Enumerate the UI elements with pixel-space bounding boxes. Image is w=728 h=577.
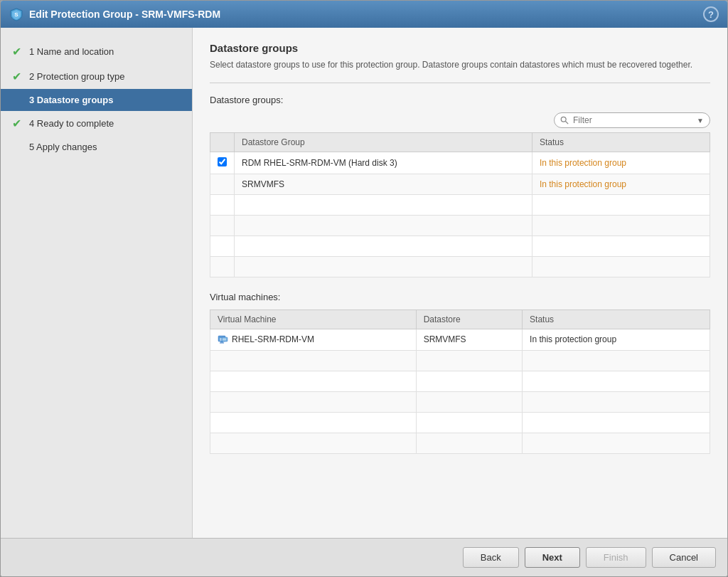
sidebar-step-4[interactable]: ✔4 Ready to complete — [1, 111, 192, 136]
svg-rect-8 — [223, 338, 226, 340]
sidebar: ✔1 Name and location✔2 Protection group … — [1, 28, 193, 538]
ds-row-0-status: In this protection group — [532, 152, 710, 174]
datastore-groups-table: Datastore Group Status RDM RHEL-SRM-RDM-… — [210, 132, 710, 277]
filter-input[interactable] — [573, 115, 692, 125]
vm-table-row: RHEL-SRM-RDM-VMSRMVMFSIn this protection… — [210, 329, 710, 351]
srm-icon: S — [9, 7, 23, 21]
datastore-table-row: SRMVMFSIn this protection group — [210, 174, 710, 195]
ds-empty-row — [210, 216, 710, 236]
sidebar-step-5[interactable]: 5 Apply changes — [1, 136, 192, 158]
step-5-label: 5 Apply changes — [29, 142, 97, 152]
step-2-label: 2 Protection group type — [29, 71, 124, 82]
title-bar-left: S Edit Protection Group - SRM-VMFS-RDM — [9, 7, 220, 21]
vm-empty-row — [210, 350, 710, 371]
vm-empty-row — [210, 433, 710, 453]
ds-empty-row — [210, 236, 710, 257]
datastore-groups-label: Datastore groups: — [210, 95, 710, 105]
ds-empty-row — [210, 257, 710, 277]
step-4-check: ✔ — [12, 117, 23, 130]
vm-empty-row — [210, 412, 710, 433]
svg-line-2 — [565, 121, 568, 124]
vm-row-0-status: In this protection group — [523, 329, 710, 351]
step-1-check: ✔ — [12, 45, 23, 58]
divider — [210, 83, 710, 83]
ds-row-0-checkbox[interactable] — [218, 157, 227, 166]
ds-row-0-checkbox-cell[interactable] — [210, 152, 235, 174]
vm-row-0-datastore: SRMVMFS — [416, 329, 522, 351]
filter-dropdown-arrow[interactable]: ▼ — [697, 117, 704, 125]
virtual-machines-table: Virtual Machine Datastore Status RHEL-SR… — [210, 309, 710, 454]
step-2-check: ✔ — [12, 70, 23, 83]
vm-col-status: Status — [523, 310, 710, 329]
svg-point-1 — [561, 117, 566, 122]
help-button[interactable]: ? — [703, 6, 719, 22]
datastore-table-row: RDM RHEL-SRM-RDM-VM (Hard disk 3)In this… — [210, 152, 710, 174]
vm-col-datastore: Datastore — [416, 310, 522, 329]
title-bar: S Edit Protection Group - SRM-VMFS-RDM ? — [1, 1, 727, 28]
next-button[interactable]: Next — [525, 547, 580, 568]
vm-col-name: Virtual Machine — [210, 310, 417, 329]
filter-bar: ▼ — [210, 112, 710, 128]
ds-row-0-name: RDM RHEL-SRM-RDM-VM (Hard disk 3) — [235, 152, 532, 174]
search-icon — [560, 116, 569, 125]
svg-text:S: S — [14, 11, 18, 18]
step-1-label: 1 Name and location — [29, 46, 114, 57]
vm-row-0-name: RHEL-SRM-RDM-VM — [210, 329, 417, 351]
ds-col-name: Datastore Group — [235, 133, 532, 152]
vm-icon — [218, 334, 232, 344]
ds-row-1-status: In this protection group — [532, 174, 710, 195]
virtual-machines-label: Virtual machines: — [210, 292, 710, 302]
cancel-button[interactable]: Cancel — [652, 547, 716, 568]
main-content: ✔1 Name and location✔2 Protection group … — [1, 28, 727, 538]
step-3-label: 3 Datastore groups — [29, 95, 113, 105]
ds-row-1-name: SRMVMFS — [235, 174, 532, 195]
svg-rect-6 — [220, 342, 224, 343]
sidebar-step-2[interactable]: ✔2 Protection group type — [1, 64, 192, 89]
sidebar-step-1[interactable]: ✔1 Name and location — [1, 39, 192, 64]
section-desc: Select datastore groups to use for this … — [210, 58, 710, 71]
dialog-footer: Back Next Finish Cancel — [1, 538, 727, 576]
ds-empty-row — [210, 195, 710, 216]
ds-col-checkbox — [210, 133, 235, 152]
step-4-label: 4 Ready to complete — [29, 118, 114, 129]
ds-row-1-checkbox-cell[interactable] — [210, 174, 235, 195]
ds-col-status: Status — [532, 133, 710, 152]
finish-button[interactable]: Finish — [586, 547, 646, 568]
edit-protection-group-dialog: S Edit Protection Group - SRM-VMFS-RDM ?… — [0, 0, 728, 577]
vm-empty-row — [210, 391, 710, 412]
sidebar-step-3[interactable]: 3 Datastore groups — [1, 89, 192, 111]
right-panel: Datastore groups Select datastore groups… — [193, 28, 727, 538]
section-title: Datastore groups — [210, 42, 710, 54]
dialog-title: Edit Protection Group - SRM-VMFS-RDM — [29, 9, 220, 20]
vm-empty-row — [210, 371, 710, 391]
back-button[interactable]: Back — [463, 547, 519, 568]
filter-input-container[interactable]: ▼ — [554, 112, 710, 128]
